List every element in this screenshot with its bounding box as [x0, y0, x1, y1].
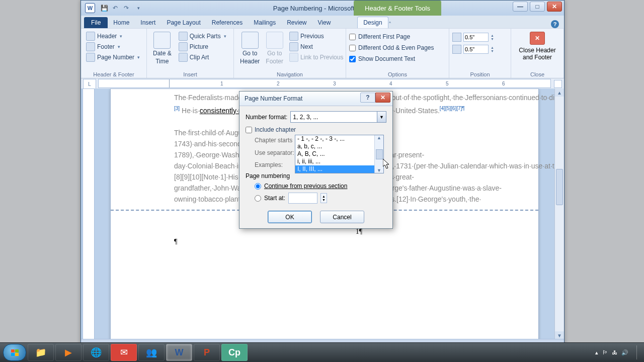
tab-selector[interactable]: L [83, 79, 96, 89]
word-icon: W [85, 3, 95, 13]
dialog-close-button[interactable]: ✕ [375, 93, 390, 103]
format-option-selected[interactable]: I, II, III, ... [295, 165, 383, 173]
different-odd-even-checkbox[interactable]: Different Odd & Even Pages [349, 44, 446, 52]
tab-page-layout[interactable]: Page Layout [161, 17, 206, 28]
taskbar-app-blue[interactable]: 👥 [138, 344, 165, 361]
format-option[interactable]: a, b, c, ... [295, 143, 383, 150]
format-option[interactable]: - 1 -, - 2 -, - 3 -, ... [295, 135, 383, 143]
show-desktop-button[interactable] [636, 345, 641, 359]
maximize-button[interactable]: □ [530, 2, 545, 12]
word-app-window: W 💾 ↶ ↷ ▾ Page Numbering - Microsoft Wor… [80, 0, 565, 349]
vertical-scrollbar[interactable]: ▲ ▼ [554, 88, 564, 339]
ruler-toggle[interactable] [554, 80, 562, 88]
save-icon[interactable]: 💾 [100, 4, 108, 12]
page-numbering-label: Page numbering [246, 172, 386, 179]
number-format-combo[interactable]: 1, 2, 3, ... ▼ [290, 111, 386, 123]
clip-art-button[interactable]: Clip Art [177, 52, 228, 62]
start-at-radio[interactable]: Start at: ▲▼ [255, 193, 386, 204]
include-chapter-checkbox[interactable]: Include chapter [246, 126, 386, 134]
taskbar-chrome[interactable]: 🌐 [83, 344, 109, 361]
minimize-ribbon-icon[interactable]: ˄ [388, 21, 391, 28]
tray-network-icon[interactable]: 🖧 [612, 349, 617, 355]
close-header-footer-button[interactable]: ✕ Close Header and Footer [515, 30, 559, 63]
page-number-button[interactable]: Page Number▾ [84, 52, 143, 62]
show-document-text-checkbox[interactable]: Show Document Text [349, 55, 446, 63]
horizontal-ruler[interactable]: 1 2 3 4 5 6 [98, 79, 551, 88]
undo-icon[interactable]: ↶ [111, 4, 119, 12]
dialog-title: Page Number Format [245, 95, 302, 102]
minimize-button[interactable]: — [513, 2, 528, 12]
tray-volume-icon[interactable]: 🔊 [621, 349, 628, 356]
ruler-row: L 1 2 3 4 5 6 [81, 78, 564, 89]
dialog-titlebar[interactable]: Page Number Format ? ✕ [239, 92, 392, 106]
window-title: Page Numbering - Microsoft Word [81, 5, 564, 12]
taskbar-app-red[interactable]: ✉ [111, 344, 137, 361]
group-options: Different First Page Different Odd & Eve… [346, 29, 449, 78]
pilcrow: ¶ [174, 238, 177, 246]
scroll-up-icon[interactable]: ▲ [555, 88, 564, 97]
tray-up-icon[interactable]: ▴ [595, 349, 598, 356]
taskbar-explorer[interactable]: 📁 [28, 344, 54, 361]
quick-parts-button[interactable]: Quick Parts▾ [177, 31, 228, 41]
scroll-thumb[interactable] [556, 169, 563, 205]
next-button[interactable]: Next [287, 42, 345, 52]
tab-view[interactable]: View [312, 17, 337, 28]
taskbar-word[interactable]: W [166, 344, 192, 361]
page-number-field[interactable]: 1¶ [356, 228, 362, 236]
system-tray[interactable]: ▴ 🏳 🖧 🔊 [595, 345, 641, 359]
taskbar-captivate[interactable]: Cp [221, 344, 248, 361]
tab-home[interactable]: Home [108, 17, 135, 28]
use-separator-label: Use separator: [255, 149, 294, 156]
footer-from-bottom-input[interactable]: ▲▼ [452, 45, 508, 54]
context-tab-title: Header & Footer Tools [354, 1, 441, 16]
format-option[interactable]: i, ii, iii, ... [295, 158, 383, 165]
quick-access-toolbar: 💾 ↶ ↷ ▾ [100, 4, 142, 12]
tab-design[interactable]: Design [357, 17, 388, 28]
windows-taskbar: 📁 ▶ 🌐 ✉ 👥 W P Cp ▴ 🏳 🖧 🔊 [0, 342, 644, 362]
link-previous-button: Link to Previous [287, 52, 345, 62]
group-position: ▲▼ ▲▼ Position [449, 29, 511, 78]
titlebar: W 💾 ↶ ↷ ▾ Page Numbering - Microsoft Wor… [81, 1, 564, 16]
tab-mailings[interactable]: Mailings [248, 17, 281, 28]
scroll-down-icon[interactable]: ▼ [555, 331, 564, 339]
picture-button[interactable]: Picture [177, 42, 228, 52]
footer-button[interactable]: Footer▾ [84, 42, 143, 52]
previous-button[interactable]: Previous [287, 31, 345, 41]
start-button[interactable] [3, 344, 26, 361]
ribbon-tabs: File Home Insert Page Layout References … [81, 16, 564, 28]
number-format-label: Number format: [246, 114, 287, 121]
group-close: ✕ Close Header and Footer Close [511, 29, 564, 78]
tray-flag-icon[interactable]: 🏳 [602, 349, 608, 355]
continue-radio[interactable]: Continue from previous section [255, 183, 386, 190]
tab-insert[interactable]: Insert [135, 17, 161, 28]
chapter-starts-label: Chapter starts [255, 137, 292, 144]
ribbon: Header▾ Footer▾ Page Number▾ Header & Fo… [81, 28, 564, 78]
group-header-footer: Header▾ Footer▾ Page Number▾ Header & Fo… [81, 29, 147, 78]
start-at-spinner[interactable]: ▲▼ [320, 193, 327, 203]
vertical-ruler[interactable] [83, 88, 95, 339]
tab-file[interactable]: File [84, 17, 108, 28]
different-first-page-checkbox[interactable]: Different First Page [349, 33, 446, 41]
header-from-top-input[interactable]: ▲▼ [452, 33, 508, 42]
dropdown-scrollbar[interactable]: ▲▼ [374, 135, 383, 173]
ok-button[interactable]: OK [268, 211, 312, 223]
qat-more-icon[interactable]: ▾ [134, 4, 142, 12]
format-option[interactable]: A, B, C, ... [295, 150, 383, 158]
close-button[interactable]: ✕ [547, 2, 562, 12]
cancel-button[interactable]: Cancel [320, 211, 364, 223]
help-icon[interactable]: ? [551, 20, 559, 28]
number-format-dropdown[interactable]: - 1 -, - 2 -, - 3 -, ... a, b, c, ... A,… [295, 135, 384, 173]
dialog-help-button[interactable]: ? [360, 93, 375, 103]
start-at-input[interactable] [288, 193, 317, 204]
taskbar-powerpoint[interactable]: P [194, 344, 220, 361]
redo-icon[interactable]: ↷ [122, 4, 130, 12]
group-insert: Date &Time Quick Parts▾ Picture Clip Art… [147, 29, 234, 78]
tab-review[interactable]: Review [281, 17, 312, 28]
goto-header-button[interactable]: Go toHeader [237, 30, 263, 78]
examples-label: Examples: [255, 161, 283, 168]
tab-references[interactable]: References [206, 17, 248, 28]
taskbar-media-player[interactable]: ▶ [55, 344, 82, 361]
chevron-down-icon[interactable]: ▼ [377, 112, 386, 122]
date-time-button[interactable]: Date &Time [150, 30, 175, 78]
header-button[interactable]: Header▾ [84, 31, 143, 41]
